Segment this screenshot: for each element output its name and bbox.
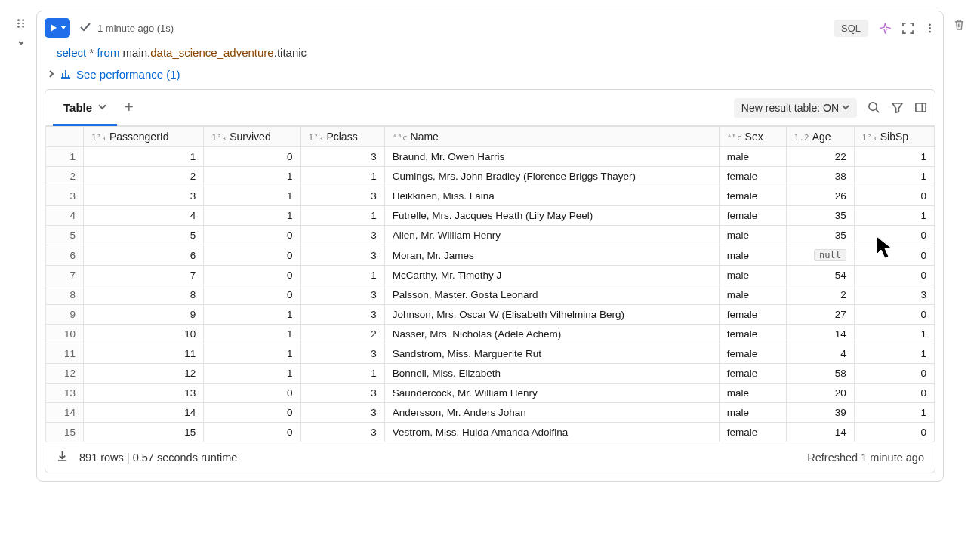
table-cell[interactable]: 6 (84, 245, 204, 266)
result-mode-toggle[interactable]: New result table: ON (734, 98, 857, 118)
table-cell[interactable]: male (719, 266, 786, 285)
table-cell[interactable]: 35 (786, 206, 854, 226)
table-cell[interactable]: Nasser, Mrs. Nicholas (Adele Achem) (384, 325, 719, 344)
table-cell[interactable]: null (786, 245, 854, 266)
collapse-cell-icon[interactable] (17, 38, 26, 49)
add-tab-button[interactable]: + (117, 99, 141, 116)
column-header[interactable]: 1.2Age (786, 127, 854, 147)
table-cell[interactable]: male (719, 245, 786, 266)
table-cell[interactable]: Vestrom, Miss. Hulda Amanda Adolfina (384, 423, 719, 442)
table-cell[interactable]: 3 (84, 186, 204, 206)
table-row[interactable]: 151503Vestrom, Miss. Hulda Amanda Adolfi… (46, 423, 935, 442)
table-cell[interactable]: 0 (204, 266, 300, 285)
table-cell[interactable]: 1 (204, 344, 300, 364)
drag-handle-icon[interactable] (16, 18, 26, 32)
table-cell[interactable]: 0 (854, 305, 934, 325)
table-cell[interactable]: Andersson, Mr. Anders Johan (384, 403, 719, 423)
table-cell[interactable]: 10 (84, 325, 204, 344)
table-cell[interactable]: 1 (300, 364, 384, 384)
table-cell[interactable]: 1 (204, 305, 300, 325)
language-pill[interactable]: SQL (834, 20, 868, 37)
table-cell[interactable]: female (719, 364, 786, 384)
table-cell[interactable]: 1 (204, 206, 300, 226)
run-button[interactable] (45, 18, 70, 38)
table-cell[interactable]: 9 (84, 305, 204, 325)
table-cell[interactable]: 58 (786, 364, 854, 384)
table-cell[interactable]: 1 (204, 186, 300, 206)
table-cell[interactable]: 3 (854, 285, 934, 305)
table-cell[interactable]: 2 (300, 325, 384, 344)
table-cell[interactable]: male (719, 403, 786, 423)
table-cell[interactable]: male (719, 147, 786, 167)
table-cell[interactable]: 0 (204, 423, 300, 442)
table-cell[interactable]: 39 (786, 403, 854, 423)
table-cell[interactable]: 0 (204, 226, 300, 245)
table-row[interactable]: 121211Bonnell, Miss. Elizabethfemale580 (46, 364, 935, 384)
table-cell[interactable]: female (719, 305, 786, 325)
table-cell[interactable]: 3 (300, 226, 384, 245)
table-cell[interactable]: 15 (84, 423, 204, 442)
panel-icon[interactable] (914, 101, 927, 114)
table-cell[interactable]: 7 (84, 266, 204, 285)
table-cell[interactable]: 38 (786, 167, 854, 186)
table-cell[interactable]: 54 (786, 266, 854, 285)
table-cell[interactable]: 0 (204, 285, 300, 305)
table-cell[interactable]: 0 (854, 186, 934, 206)
filter-icon[interactable] (891, 101, 904, 114)
table-cell[interactable]: 0 (854, 384, 934, 403)
column-header[interactable]: 1²₃PassengerId (84, 127, 204, 147)
table-cell[interactable]: Sandstrom, Miss. Marguerite Rut (384, 344, 719, 364)
column-header[interactable]: ᴬᴮcSex (719, 127, 786, 147)
table-cell[interactable]: 22 (786, 147, 854, 167)
table-cell[interactable]: 1 (204, 325, 300, 344)
table-cell[interactable]: 0 (854, 266, 934, 285)
table-cell[interactable]: 1 (204, 167, 300, 186)
table-cell[interactable]: Futrelle, Mrs. Jacques Heath (Lily May P… (384, 206, 719, 226)
table-row[interactable]: 5503Allen, Mr. William Henrymale350 (46, 226, 935, 245)
table-row[interactable]: 141403Andersson, Mr. Anders Johanmale391 (46, 403, 935, 423)
table-row[interactable]: 6603Moran, Mr. Jamesmalenull0 (46, 245, 935, 266)
table-cell[interactable]: 0 (204, 403, 300, 423)
search-icon[interactable] (868, 101, 880, 114)
table-cell[interactable]: 2 (786, 285, 854, 305)
table-cell[interactable]: 14 (84, 403, 204, 423)
kebab-menu-icon[interactable] (924, 23, 935, 34)
run-dropdown-icon[interactable] (60, 23, 67, 32)
table-cell[interactable]: female (719, 206, 786, 226)
column-header[interactable]: ᴬᴮcName (384, 127, 719, 147)
table-cell[interactable]: Johnson, Mrs. Oscar W (Elisabeth Vilhelm… (384, 305, 719, 325)
table-cell[interactable]: 1 (854, 147, 934, 167)
tab-table[interactable]: Table (53, 90, 117, 125)
table-cell[interactable]: 3 (300, 147, 384, 167)
table-cell[interactable]: 5 (84, 226, 204, 245)
column-header[interactable]: 1²₃Pclass (300, 127, 384, 147)
table-row[interactable]: 111113Sandstrom, Miss. Marguerite Rutfem… (46, 344, 935, 364)
table-cell[interactable]: Bonnell, Miss. Elizabeth (384, 364, 719, 384)
table-cell[interactable]: 35 (786, 226, 854, 245)
table-cell[interactable]: 4 (84, 206, 204, 226)
table-cell[interactable]: Moran, Mr. James (384, 245, 719, 266)
table-cell[interactable]: 14 (786, 325, 854, 344)
table-row[interactable]: 9913Johnson, Mrs. Oscar W (Elisabeth Vil… (46, 305, 935, 325)
table-cell[interactable]: Braund, Mr. Owen Harris (384, 147, 719, 167)
table-cell[interactable]: 3 (300, 403, 384, 423)
table-cell[interactable]: 11 (84, 344, 204, 364)
table-cell[interactable]: female (719, 344, 786, 364)
table-cell[interactable]: Heikkinen, Miss. Laina (384, 186, 719, 206)
table-cell[interactable]: 2 (84, 167, 204, 186)
table-row[interactable]: 8803Palsson, Master. Gosta Leonardmale23 (46, 285, 935, 305)
table-row[interactable]: 4411Futrelle, Mrs. Jacques Heath (Lily M… (46, 206, 935, 226)
table-cell[interactable]: female (719, 186, 786, 206)
table-cell[interactable]: 0 (854, 423, 934, 442)
table-cell[interactable]: 3 (300, 305, 384, 325)
table-row[interactable]: 131303Saundercock, Mr. William Henrymale… (46, 384, 935, 403)
table-cell[interactable]: 8 (84, 285, 204, 305)
column-header[interactable]: 1²₃Survived (204, 127, 300, 147)
table-cell[interactable]: male (719, 384, 786, 403)
table-cell[interactable]: 1 (854, 206, 934, 226)
table-cell[interactable]: 1 (300, 266, 384, 285)
table-cell[interactable]: 0 (204, 147, 300, 167)
table-cell[interactable]: 1 (854, 403, 934, 423)
table-cell[interactable]: 20 (786, 384, 854, 403)
table-cell[interactable]: McCarthy, Mr. Timothy J (384, 266, 719, 285)
